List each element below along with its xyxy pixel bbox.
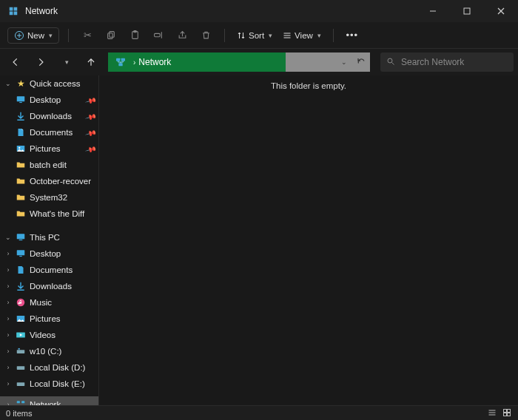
sidebar-item-system32[interactable]: · System32	[0, 189, 98, 206]
pictures-icon	[15, 143, 27, 155]
sidebar-item-october-recover[interactable]: · October-recover	[0, 173, 98, 189]
sidebar-quick-access[interactable]: ⌄ ★ Quick access	[0, 75, 98, 92]
chevron-down-icon: ▾	[49, 32, 53, 39]
paste-icon[interactable]	[125, 27, 144, 44]
view-button[interactable]: View ▾	[280, 30, 324, 41]
sidebar-item-pc-desktop[interactable]: › Desktop	[0, 245, 98, 262]
minimize-button[interactable]	[416, 0, 450, 22]
sidebar-item-label: Pictures	[30, 144, 61, 153]
videos-icon	[15, 329, 27, 341]
chevron-right-icon[interactable]: ›	[4, 348, 12, 355]
maximize-button[interactable]	[450, 0, 484, 22]
plus-icon	[14, 30, 24, 41]
addressbar[interactable]: › Network ⌄	[108, 52, 370, 72]
sidebar-item-pictures[interactable]: · Pictures 📌	[0, 140, 98, 157]
sidebar-item-pc-music[interactable]: › Music	[0, 294, 98, 311]
pin-icon: 📌	[85, 94, 97, 106]
downloads-icon	[15, 280, 27, 292]
pictures-icon	[15, 313, 27, 325]
sidebar-this-pc[interactable]: ⌄ This PC	[0, 229, 98, 245]
drive-icon	[15, 362, 27, 373]
empty-folder-message: This folder is empty.	[271, 81, 346, 90]
sidebar-item-pc-videos[interactable]: › Videos	[0, 327, 98, 343]
addressbar-content: › Network	[108, 52, 171, 72]
svg-line-17	[392, 62, 394, 64]
star-icon: ★	[15, 78, 27, 89]
music-icon	[15, 297, 27, 308]
sort-button[interactable]: Sort ▾	[234, 30, 275, 41]
chevron-down-icon[interactable]: ⌄	[4, 80, 12, 87]
chevron-right-icon[interactable]: ›	[4, 266, 12, 274]
folder-icon	[15, 208, 27, 220]
sidebar-item-pc-downloads[interactable]: › Downloads	[0, 278, 98, 294]
new-button-label: New	[27, 31, 44, 40]
sidebar-item-label: Local Disk (E:)	[30, 379, 85, 388]
share-icon[interactable]	[172, 27, 192, 44]
svg-point-16	[388, 58, 392, 63]
folder-icon	[15, 159, 27, 171]
delete-icon[interactable]	[196, 27, 215, 44]
recent-button[interactable]: ▾	[55, 52, 77, 72]
new-button[interactable]: New ▾	[7, 27, 59, 44]
svg-rect-37	[508, 409, 511, 412]
breadcrumb-location[interactable]: Network	[138, 57, 171, 67]
svg-rect-19	[19, 102, 22, 103]
search-input[interactable]: Search Network	[380, 52, 514, 72]
svg-point-21	[18, 147, 20, 149]
sort-icon	[237, 31, 246, 40]
sidebar-item-pc-documents[interactable]: › Documents	[0, 262, 98, 278]
chevron-right-icon[interactable]: ›	[4, 380, 12, 387]
up-button[interactable]	[80, 52, 102, 72]
refresh-icon[interactable]	[357, 57, 366, 67]
sidebar-item-downloads[interactable]: · Downloads 📌	[0, 108, 98, 124]
sidebar: ⌄ ★ Quick access · Desktop 📌 · Downloads…	[0, 75, 99, 405]
chevron-right-icon[interactable]: ›	[4, 250, 12, 257]
svg-rect-11	[155, 33, 161, 36]
chevron-right-icon[interactable]: ›	[4, 331, 12, 339]
chevron-down-icon: ▾	[269, 32, 272, 39]
toolbar-separator	[68, 29, 69, 42]
more-button[interactable]: •••	[343, 27, 362, 44]
drive-icon	[15, 345, 27, 357]
close-button[interactable]	[484, 0, 518, 22]
sidebar-item-drive-d[interactable]: › Local Disk (D:)	[0, 359, 98, 376]
view-thumbnails-icon[interactable]	[502, 408, 512, 419]
documents-icon	[15, 126, 27, 138]
folder-icon	[15, 175, 27, 187]
window-app-icon	[7, 5, 19, 17]
sidebar-item-label: Music	[30, 298, 52, 307]
chevron-right-icon[interactable]: ›	[4, 282, 12, 290]
chevron-right-icon[interactable]: ›	[4, 364, 12, 371]
chevron-right-icon[interactable]: ›	[4, 299, 12, 306]
svg-rect-8	[107, 33, 112, 39]
sidebar-item-desktop[interactable]: · Desktop 📌	[0, 92, 98, 108]
svg-rect-30	[18, 348, 20, 350]
sidebar-item-whats-diff[interactable]: · What's the Diff	[0, 206, 98, 222]
rename-icon[interactable]	[149, 27, 168, 44]
sidebar-item-network[interactable]: › Network	[0, 396, 98, 405]
forward-button[interactable]	[30, 52, 52, 72]
toolbar: New ▾ ✂ Sort ▾ View ▾ •••	[0, 22, 518, 49]
sidebar-item-batch-edit[interactable]: · batch edit	[0, 157, 98, 173]
sidebar-item-drive-e[interactable]: › Local Disk (E:)	[0, 376, 98, 392]
sidebar-item-drive-c[interactable]: › w10 (C:)	[0, 343, 98, 359]
chevron-down-icon[interactable]: ⌄	[4, 234, 12, 241]
copy-icon[interactable]	[101, 27, 121, 44]
chevron-down-icon: ▾	[317, 32, 321, 39]
sidebar-item-label: Downloads	[30, 282, 72, 291]
pin-icon: 📌	[85, 126, 97, 138]
addressbar-dropdown-icon[interactable]: ⌄	[341, 58, 347, 66]
sidebar-item-pc-pictures[interactable]: › Pictures	[0, 311, 98, 327]
back-button[interactable]	[4, 52, 27, 72]
cut-icon[interactable]: ✂	[78, 27, 97, 44]
svg-rect-14	[121, 58, 125, 61]
chevron-right-icon[interactable]: ›	[4, 315, 12, 322]
sidebar-item-label: Desktop	[30, 249, 61, 258]
sidebar-item-documents[interactable]: · Documents 📌	[0, 124, 98, 140]
svg-rect-39	[508, 413, 511, 416]
view-details-icon[interactable]	[487, 408, 497, 419]
sidebar-item-label: Local Disk (D:)	[30, 363, 85, 372]
svg-rect-29	[17, 350, 25, 353]
svg-rect-36	[504, 409, 507, 412]
toolbar-separator	[333, 29, 334, 42]
